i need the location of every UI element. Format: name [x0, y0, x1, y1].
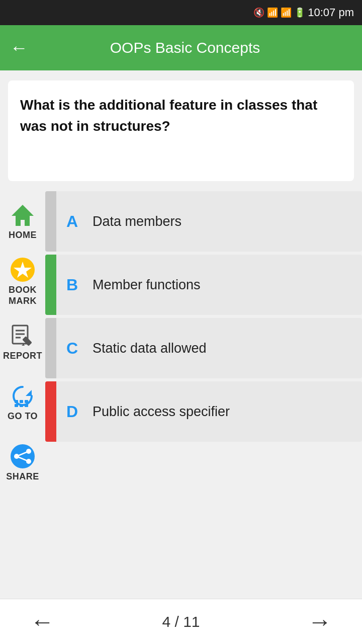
- svg-rect-11: [20, 400, 23, 403]
- answer-letter-d: D: [66, 403, 84, 421]
- content-area: HOME BOOKMARK: [0, 186, 362, 498]
- report-label: REPORT: [3, 351, 42, 362]
- answer-letter-b: B: [66, 276, 84, 294]
- answer-row-d[interactable]: D Public access specifier: [45, 381, 362, 442]
- svg-rect-15: [25, 404, 28, 407]
- status-bar: 🔇 📶 📶 🔋 10:07 pm: [0, 0, 362, 25]
- sidebar-item-report[interactable]: REPORT: [0, 312, 45, 372]
- home-label: HOME: [9, 230, 37, 241]
- answer-letter-c: C: [66, 339, 84, 358]
- sidebar-item-bookmark[interactable]: BOOKMARK: [0, 252, 45, 312]
- svg-marker-0: [12, 205, 34, 226]
- answer-content-d: D Public access specifier: [56, 381, 362, 442]
- sidebar: HOME BOOKMARK: [0, 186, 45, 493]
- goto-label: GO TO: [8, 411, 38, 422]
- svg-rect-14: [20, 404, 23, 407]
- question-text: What is the additional feature in classe…: [20, 95, 342, 137]
- share-label: SHARE: [6, 471, 39, 482]
- svg-marker-9: [26, 390, 32, 396]
- signal-icon: 📶: [281, 7, 292, 18]
- next-button[interactable]: →: [308, 608, 332, 635]
- answer-bar-d: [45, 381, 56, 442]
- answer-content-c: C Static data allowed: [56, 318, 362, 378]
- answer-bar-b: [45, 255, 56, 315]
- battery-icon: 🔋: [294, 7, 305, 18]
- sidebar-item-goto[interactable]: GO TO: [0, 372, 45, 433]
- answers-section: A Data members B Member functions C Stat…: [45, 191, 362, 493]
- answer-bar-a: [45, 191, 56, 252]
- prev-button[interactable]: ←: [30, 608, 54, 635]
- answer-row-a[interactable]: A Data members: [45, 191, 362, 252]
- svg-rect-13: [15, 404, 18, 407]
- back-button[interactable]: ←: [10, 39, 28, 57]
- sim-icon: 📶: [267, 7, 278, 18]
- answer-letter-a: A: [66, 212, 84, 231]
- page-title: OOPs Basic Concepts: [38, 39, 352, 56]
- top-bar: ← OOPs Basic Concepts: [0, 25, 362, 70]
- question-card: What is the additional feature in classe…: [8, 80, 354, 181]
- mute-icon: 🔇: [253, 7, 264, 18]
- answer-text-c: Static data allowed: [93, 341, 207, 356]
- answer-bar-c: [45, 318, 56, 378]
- svg-rect-10: [15, 400, 18, 403]
- share-icon: [10, 443, 36, 469]
- goto-icon: [10, 383, 36, 409]
- bottom-nav: ← 4 / 11 →: [0, 599, 362, 644]
- time-display: 10:07 pm: [308, 6, 354, 19]
- page-indicator: 4 / 11: [162, 613, 200, 630]
- answer-text-a: Data members: [93, 214, 182, 229]
- answer-text-d: Public access specifier: [93, 404, 230, 420]
- answer-content-b: B Member functions: [56, 255, 362, 315]
- status-icons: 🔇 📶 📶 🔋 10:07 pm: [253, 6, 354, 19]
- bookmark-label: BOOKMARK: [9, 285, 37, 306]
- home-icon: [10, 202, 36, 228]
- answer-row-c[interactable]: C Static data allowed: [45, 318, 362, 378]
- svg-rect-12: [25, 400, 28, 403]
- bookmark-icon: [10, 257, 36, 283]
- sidebar-item-share[interactable]: SHARE: [0, 433, 45, 493]
- answer-text-b: Member functions: [93, 277, 201, 293]
- answer-content-a: A Data members: [56, 191, 362, 252]
- sidebar-item-home[interactable]: HOME: [0, 191, 45, 252]
- answer-row-b[interactable]: B Member functions: [45, 255, 362, 315]
- report-icon: [10, 323, 36, 349]
